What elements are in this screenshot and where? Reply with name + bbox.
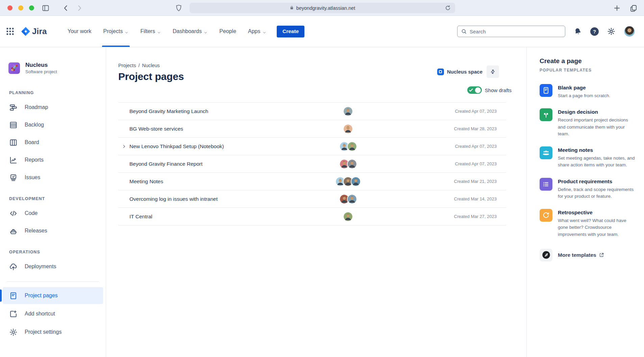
- page-row-meeting-notes[interactable]: Meeting NotesCreated Mar 21, 2023: [118, 173, 506, 190]
- external-link-icon: [599, 252, 604, 257]
- nav-item-filters[interactable]: Filters: [134, 16, 167, 47]
- page-row-beyond-gravity-marketing-launch[interactable]: Beyond Gravity Marketing LaunchCreated A…: [118, 103, 506, 120]
- template-blank-page[interactable]: Blank pageStart a page from scratch.: [540, 84, 637, 99]
- nav-item-dashboards[interactable]: Dashboards: [167, 16, 213, 47]
- sidebar-item-issues[interactable]: Issues: [0, 169, 106, 186]
- page-row-new-lenovo-thinkpad-setup-notebook[interactable]: New Lenovo Thinkpad Setup (Notebook)Crea…: [118, 138, 506, 155]
- breadcrumb-projects[interactable]: Projects: [118, 63, 136, 68]
- settings-gear-icon[interactable]: [607, 27, 616, 36]
- template-product-requirements[interactable]: Product requirementsDefine, track and sc…: [540, 178, 637, 200]
- sidebar-item-releases[interactable]: Releases: [0, 222, 106, 240]
- browser-sidebar-icon[interactable]: [41, 4, 50, 12]
- switch-space-button[interactable]: [487, 65, 499, 78]
- template-description: What went well? What could have gone bet…: [558, 217, 637, 238]
- sidebar-section-development: DEVELOPMENTCodeReleases: [0, 196, 106, 240]
- url-text: beyondgravity.atlassian.net: [296, 5, 355, 11]
- project-pages-icon: [9, 292, 18, 300]
- breadcrumb: Projects / Nucleus: [118, 63, 160, 68]
- new-tab-icon[interactable]: [613, 4, 621, 12]
- avatar[interactable]: [347, 194, 357, 204]
- back-icon[interactable]: [61, 4, 70, 12]
- sidebar-item-label: Project settings: [25, 329, 61, 335]
- page-row-it-central[interactable]: IT CentralCreated Mar 27, 2023: [118, 208, 506, 225]
- page-row-bg-web-store-services[interactable]: BG Web-store servicesCreated Mar 28, 202…: [118, 120, 506, 138]
- section-title: DEVELOPMENT: [9, 196, 106, 201]
- nav-item-apps[interactable]: Apps: [242, 16, 272, 47]
- project-name: Nucleus: [25, 62, 57, 68]
- forward-icon[interactable]: [75, 4, 84, 12]
- close-window-button[interactable]: [7, 5, 13, 10]
- template-meeting-notes[interactable]: Meeting notesSet meeting agendas, take n…: [540, 146, 637, 169]
- tab-overview-icon[interactable]: [629, 4, 638, 12]
- sidebar-item-reports[interactable]: Reports: [0, 151, 106, 169]
- sidebar-item-add-shortcut[interactable]: Add shortcut: [3, 305, 103, 322]
- expand-chevron-icon[interactable]: [122, 144, 126, 149]
- avatar[interactable]: [343, 124, 353, 134]
- avatar[interactable]: [347, 141, 357, 152]
- sidebar-section-planning: PLANNINGRoadmapBacklogBoardReportsIssues: [0, 90, 106, 186]
- template-design-decision[interactable]: Design decisionRecord important project …: [540, 108, 637, 137]
- sidebar-item-backlog[interactable]: Backlog: [0, 116, 106, 134]
- project-type: Software project: [25, 69, 57, 74]
- sidebar-item-roadmap[interactable]: Roadmap: [0, 99, 106, 116]
- reports-icon: [9, 156, 18, 164]
- compass-icon: [540, 249, 552, 262]
- minimize-window-button[interactable]: [18, 5, 23, 10]
- help-icon[interactable]: ?: [590, 27, 599, 36]
- add-shortcut-icon: [9, 310, 18, 318]
- product-requirements-icon: [540, 178, 552, 191]
- user-avatar[interactable]: [624, 26, 635, 37]
- page-row-beyond-gravity-finance-report[interactable]: Beyond Gravity Finance ReportCreated Apr…: [118, 155, 506, 173]
- sidebar-item-board[interactable]: Board: [0, 134, 106, 151]
- sidebar-item-label: Issues: [25, 174, 40, 181]
- show-drafts-toggle[interactable]: [467, 86, 482, 94]
- jira-wordmark: Jira: [32, 27, 47, 36]
- deployments-icon: [9, 263, 18, 271]
- shield-icon[interactable]: [174, 4, 183, 12]
- search-box[interactable]: [457, 26, 565, 37]
- sidebar-item-project-pages[interactable]: Project pages: [3, 287, 103, 304]
- template-name: Blank page: [558, 84, 610, 91]
- avatar[interactable]: [347, 159, 357, 169]
- notifications-bell-icon[interactable]: [572, 26, 583, 37]
- chevron-down-icon: [263, 30, 266, 33]
- breadcrumb-nucleus[interactable]: Nucleus: [142, 63, 159, 68]
- pages-table: Beyond Gravity Marketing LaunchCreated A…: [118, 102, 506, 225]
- settings-icon: [9, 328, 18, 336]
- project-sidebar: 🚀 Nucleus Software project PLANNINGRoadm…: [0, 47, 106, 357]
- jira-logo[interactable]: Jira: [21, 26, 47, 36]
- contributor-avatars: [328, 124, 368, 134]
- zoom-window-button[interactable]: [29, 5, 34, 10]
- sidebar-item-code[interactable]: Code: [0, 204, 106, 222]
- show-drafts-label: Show drafts: [485, 87, 512, 93]
- template-name: Design decision: [558, 108, 637, 115]
- template-name: Retrospective: [558, 209, 637, 216]
- nav-item-projects[interactable]: Projects: [97, 16, 134, 47]
- browser-window: beyondgravity.atlassian.net Jira Your wo…: [0, 0, 644, 357]
- create-button[interactable]: Create: [277, 26, 304, 37]
- sidebar-item-label: Project pages: [25, 293, 58, 299]
- template-description: Set meeting agendas, take notes, and sha…: [558, 155, 637, 169]
- search-input[interactable]: [470, 29, 562, 34]
- reload-icon[interactable]: [445, 5, 451, 11]
- chevron-down-icon: [204, 30, 207, 33]
- page-row-overcoming-log-in-issues-with-intranet[interactable]: Overcoming log in issues with intranetCr…: [118, 190, 506, 208]
- sidebar-item-label: Releases: [25, 228, 47, 234]
- template-description: Start a page from scratch.: [558, 92, 610, 99]
- address-bar[interactable]: beyondgravity.atlassian.net: [190, 3, 455, 13]
- template-retrospective[interactable]: RetrospectiveWhat went well? What could …: [540, 209, 637, 238]
- sidebar-item-project-settings[interactable]: Project settings: [3, 324, 103, 340]
- confluence-space-icon: [437, 68, 444, 75]
- more-templates-link[interactable]: More templates: [540, 249, 637, 262]
- roadmap-icon: [9, 103, 18, 112]
- panel-title: Create a page: [540, 57, 637, 65]
- avatar[interactable]: [343, 106, 353, 116]
- nucleus-space-chip[interactable]: Nucleus space: [437, 68, 482, 75]
- avatar[interactable]: [351, 176, 361, 187]
- sidebar-item-deployments[interactable]: Deployments: [0, 258, 106, 275]
- nav-item-your-work[interactable]: Your work: [62, 16, 98, 47]
- avatar[interactable]: [343, 212, 353, 222]
- app-switcher-icon[interactable]: [5, 27, 15, 36]
- project-header[interactable]: 🚀 Nucleus Software project: [8, 62, 106, 74]
- nav-item-people[interactable]: People: [214, 16, 242, 47]
